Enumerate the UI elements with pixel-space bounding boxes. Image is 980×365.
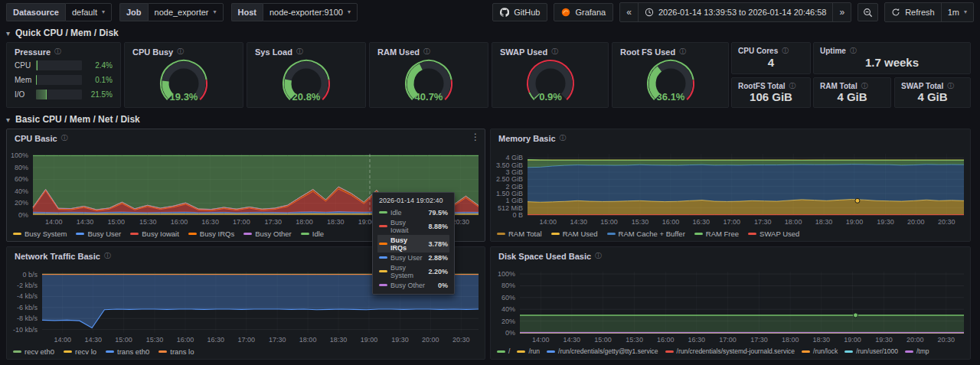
panel-title[interactable]: CPU Busyⓘ <box>125 43 243 58</box>
svg-text:40%: 40% <box>501 305 515 313</box>
panel-cpu-cores: CPU Coresⓘ 4 <box>731 42 811 74</box>
pressure-bar-gauge <box>36 60 82 70</box>
panel-title-text: Sys Load <box>255 47 292 57</box>
section-basic-cpu-mem-net-disk[interactable]: ▾ Basic CPU / Mem / Net / Disk <box>6 114 140 125</box>
time-shift-back-button[interactable]: « <box>620 3 639 21</box>
chevron-down-icon: ▾ <box>348 9 351 15</box>
info-icon: ⓘ <box>560 133 567 143</box>
panel-title[interactable]: Pressureⓘ <box>7 43 120 58</box>
svg-text:18:00: 18:00 <box>782 336 799 344</box>
github-button[interactable]: GitHub <box>492 3 547 21</box>
svg-text:18:30: 18:30 <box>330 336 348 344</box>
info-icon: ⓘ <box>104 251 111 261</box>
panel-swap-used: SWAP Usedⓘ 0.9% <box>492 42 609 108</box>
svg-text:-6 kb/s: -6 kb/s <box>17 304 38 311</box>
legend-item[interactable]: /tmp <box>905 347 929 355</box>
legend-item[interactable]: Busy System <box>13 230 67 238</box>
pressure-bar-gauge <box>36 90 82 99</box>
legend-item[interactable]: Busy Iowait <box>130 230 179 238</box>
legend-item[interactable]: recv lo <box>64 347 96 356</box>
svg-text:15:30: 15:30 <box>626 336 643 344</box>
host-dropdown[interactable]: node-exporter:9100▾ <box>263 3 358 21</box>
time-shift-forward-button[interactable]: » <box>833 3 851 21</box>
legend-item[interactable]: Busy User <box>76 230 121 238</box>
job-dropdown[interactable]: node_exporter▾ <box>148 3 224 21</box>
panel-title[interactable]: Disk Space Used Basicⓘ <box>491 247 970 262</box>
svg-text:3.50 GiB: 3.50 GiB <box>496 161 523 169</box>
double-chevron-left-icon: « <box>626 7 632 18</box>
chevron-down-icon: ▾ <box>6 116 10 124</box>
panel-title[interactable]: Root FS Usedⓘ <box>612 43 728 58</box>
job-label: Job <box>119 3 148 21</box>
legend-color-swatch <box>106 350 114 353</box>
zoom-out-button[interactable] <box>858 3 878 21</box>
panel-title[interactable]: Memory Basicⓘ <box>491 129 970 145</box>
refresh-button[interactable]: Refresh <box>885 3 942 21</box>
clock-icon <box>645 8 654 17</box>
svg-text:40.7%: 40.7% <box>415 91 443 103</box>
legend-color-swatch <box>802 350 810 353</box>
legend-color-swatch <box>158 350 167 353</box>
legend-item[interactable]: /run/lock <box>802 347 838 355</box>
panel-title[interactable]: SWAP Usedⓘ <box>492 43 608 58</box>
legend-color-swatch <box>76 233 84 235</box>
double-chevron-right-icon: » <box>839 7 844 18</box>
legend-item[interactable]: trans eth0 <box>106 347 149 356</box>
legend-item[interactable]: /run/credentials/getty@tty1.service <box>547 347 658 355</box>
panel-title[interactable]: Sys Loadⓘ <box>247 43 365 58</box>
svg-text:16:00: 16:00 <box>171 218 188 226</box>
svg-text:17:30: 17:30 <box>264 218 282 226</box>
info-icon: ⓘ <box>595 251 602 261</box>
svg-text:15:00: 15:00 <box>115 336 132 344</box>
panel-title[interactable]: CPU Basicⓘ <box>7 129 485 145</box>
svg-text:15:30: 15:30 <box>632 218 649 226</box>
legend-item[interactable]: Busy Other <box>243 230 292 238</box>
bar-value: 2.4% <box>87 61 113 70</box>
panel-title[interactable]: RAM Usedⓘ <box>370 43 488 58</box>
github-button-label: GitHub <box>514 8 540 17</box>
panel-pressure: Pressureⓘ CPU 2.4% Mem 0.1% I/O 21.5% <box>6 42 121 108</box>
network-traffic-basic-legend: recv eth0recv lotrans eth0trans lo <box>13 345 480 357</box>
panel-menu-icon[interactable]: ⋮ <box>471 132 480 142</box>
svg-text:19:30: 19:30 <box>391 336 409 344</box>
legend-item[interactable]: Idle <box>301 230 324 238</box>
legend-item[interactable]: RAM Cache + Buffer <box>607 230 685 238</box>
refresh-button-label: Refresh <box>905 8 935 17</box>
bar-label: Mem <box>15 76 31 84</box>
svg-text:0%: 0% <box>18 211 28 219</box>
svg-text:18:00: 18:00 <box>785 218 802 226</box>
stat-value: 4 GiB <box>814 87 890 106</box>
legend-item[interactable]: /run/credentials/systemd-journald.servic… <box>665 347 795 355</box>
refresh-group: Refresh 1m▾ <box>884 2 974 22</box>
legend-item[interactable]: SWAP Used <box>748 230 799 238</box>
legend-item[interactable]: trans lo <box>158 347 194 356</box>
bar-value: 0.1% <box>87 76 113 84</box>
disk-space-used-basic-chart[interactable]: 0%20%40%60%80%100%14:0014:3015:0015:3016… <box>492 266 969 344</box>
memory-basic-chart[interactable]: 0 B512 MiB1 GiB1.50 GiB2 GiB2.50 GiB3 Gi… <box>492 148 969 226</box>
github-icon <box>500 8 509 17</box>
legend-item[interactable]: /run/user/1000 <box>844 347 898 355</box>
svg-text:18:00: 18:00 <box>299 336 317 344</box>
legend-item[interactable]: /run <box>517 347 540 355</box>
ram-used-gauge: 40.7% <box>370 58 488 107</box>
section-quick-cpu-mem-disk[interactable]: ▾ Quick CPU / Mem / Disk <box>6 28 119 38</box>
legend-item[interactable]: RAM Total <box>497 230 542 238</box>
legend-item[interactable]: Busy IRQs <box>188 230 234 238</box>
svg-text:-2 kb/s: -2 kb/s <box>17 282 38 289</box>
time-range-picker[interactable]: 2026-01-14 13:39:53 to 2026-01-14 20:46:… <box>639 3 834 21</box>
legend-item[interactable]: recv eth0 <box>13 347 54 356</box>
panel-title-text: Pressure <box>15 47 51 57</box>
bar-fill <box>36 75 37 85</box>
legend-item[interactable]: RAM Free <box>694 230 739 238</box>
legend-color-swatch <box>243 233 252 235</box>
bar-label: I/O <box>15 90 31 99</box>
legend-item[interactable]: / <box>497 347 510 355</box>
legend-color-swatch <box>13 233 21 235</box>
refresh-interval-dropdown[interactable]: 1m▾ <box>942 3 973 21</box>
datasource-dropdown[interactable]: default▾ <box>65 3 112 21</box>
svg-text:15:00: 15:00 <box>108 218 126 226</box>
time-range-text: 2026-01-14 13:39:53 to 2026-01-14 20:46:… <box>658 8 827 17</box>
grafana-button[interactable]: Grafana <box>554 3 613 21</box>
datasource-variable: Datasource default▾ <box>6 3 112 21</box>
legend-item[interactable]: RAM Used <box>551 230 598 238</box>
